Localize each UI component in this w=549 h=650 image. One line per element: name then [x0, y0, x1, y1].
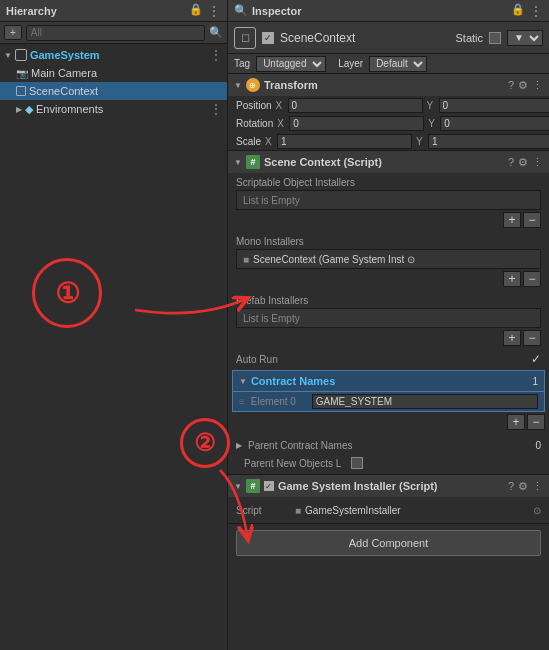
- help-icon[interactable]: ?: [508, 480, 514, 492]
- overflow-icon[interactable]: ⋮: [532, 480, 543, 493]
- hierarchy-content: ▼ GameSystem ⋮ 📷 Main Camera SceneContex…: [0, 44, 227, 650]
- parent-new-objects-label: Parent New Objects L: [244, 458, 341, 469]
- contract-names-container: ▼ Contract Names 1 ≡ Element 0 + −: [232, 370, 545, 430]
- parent-contract-count: 0: [535, 440, 541, 451]
- position-x[interactable]: [288, 98, 423, 113]
- env-icon: ◆: [25, 103, 33, 116]
- scene-icon: [15, 49, 27, 61]
- mono-add-remove: + −: [236, 271, 541, 287]
- parent-contract-names: ▶ Parent Contract Names 0 Parent New Obj…: [228, 432, 549, 474]
- hierarchy-item-scenecontext[interactable]: SceneContext: [0, 82, 227, 100]
- static-checkbox[interactable]: [489, 32, 501, 44]
- y-label: Y: [427, 100, 437, 111]
- scale-y[interactable]: [428, 134, 549, 149]
- scale-label: Scale: [236, 136, 261, 147]
- mono-add-button[interactable]: +: [503, 271, 521, 287]
- settings-icon[interactable]: ⚙: [518, 156, 528, 169]
- script-ref-icon: ■: [295, 505, 301, 516]
- scriptable-installers-label: Scriptable Object Installers: [236, 177, 541, 188]
- element-value[interactable]: [312, 394, 538, 409]
- prefab-add-button[interactable]: +: [503, 330, 521, 346]
- active-checkbox[interactable]: ✓: [262, 32, 274, 44]
- inspector-panel: 🔍 Inspector 🔒 ⋮ ◻ ✓ SceneContext Static …: [228, 0, 549, 650]
- prefab-remove-button[interactable]: −: [523, 330, 541, 346]
- expand-triangle: ▶: [16, 105, 22, 114]
- parent-contract-label: Parent Contract Names: [248, 440, 353, 451]
- settings-icon[interactable]: ⚙: [518, 79, 528, 92]
- gsi-circle-icon[interactable]: ⊙: [533, 505, 541, 516]
- scene-context-title: Scene Context (Script): [264, 156, 504, 168]
- overflow-icon[interactable]: ⋮: [532, 156, 543, 169]
- tag-dropdown[interactable]: Untagged: [256, 56, 326, 72]
- inspector-title: Inspector: [252, 5, 302, 17]
- position-y[interactable]: [439, 98, 549, 113]
- prefab-installers-label: Prefab Installers: [236, 295, 541, 306]
- mono-remove-button[interactable]: −: [523, 271, 541, 287]
- static-label: Static: [455, 32, 483, 44]
- help-icon[interactable]: ?: [508, 156, 514, 168]
- contract-count: 1: [532, 376, 538, 387]
- contract-remove-button[interactable]: −: [527, 414, 545, 430]
- expand-icon: ▼: [234, 482, 242, 491]
- auto-run-row: Auto Run ✓: [228, 350, 549, 368]
- scriptable-add-remove: + −: [236, 212, 541, 228]
- add-component-button[interactable]: Add Component: [236, 530, 541, 556]
- menu-icon[interactable]: ⋮: [529, 3, 543, 19]
- script-value: GameSystemInstaller: [305, 505, 529, 516]
- position-label: Position: [236, 100, 272, 111]
- contract-add-button[interactable]: +: [507, 414, 525, 430]
- settings-icon[interactable]: ⚙: [518, 480, 528, 493]
- y-label: Y: [428, 118, 438, 129]
- script-label: Script: [236, 505, 291, 516]
- contract-names-header[interactable]: ▼ Contract Names 1: [232, 370, 545, 392]
- rotation-x[interactable]: [289, 116, 424, 131]
- hierarchy-item-gamesystem[interactable]: ▼ GameSystem ⋮: [0, 46, 227, 64]
- hierarchy-panel-title: Hierarchy: [6, 5, 57, 17]
- prefab-installers: Prefab Installers List is Empty + −: [228, 291, 549, 350]
- parent-new-objects-row: Parent New Objects L: [236, 454, 541, 472]
- hierarchy-item-environments[interactable]: ▶ ◆ Enviromnents ⋮: [0, 100, 227, 118]
- parent-new-objects-checkbox[interactable]: [351, 457, 363, 469]
- help-icon[interactable]: ?: [508, 79, 514, 91]
- mono-installer-item: ■ SceneContext (Game System Inst ⊙: [236, 249, 541, 269]
- game-system-installer-header[interactable]: ▼ # ✓ Game System Installer (Script) ? ⚙…: [228, 475, 549, 497]
- item-menu-icon[interactable]: ⋮: [209, 101, 223, 117]
- layer-dropdown[interactable]: Default: [369, 56, 427, 72]
- item-menu-icon[interactable]: ⋮: [209, 47, 223, 63]
- lock-icon[interactable]: 🔒: [189, 3, 203, 19]
- transform-section: ▼ ⊕ Transform ? ⚙ ⋮ Position X: [228, 74, 549, 151]
- rotation-y[interactable]: [440, 116, 549, 131]
- inspector-header: 🔍 Inspector 🔒 ⋮: [228, 0, 549, 22]
- search-input[interactable]: [26, 25, 205, 41]
- hierarchy-item-maincamera[interactable]: 📷 Main Camera: [0, 64, 227, 82]
- static-dropdown[interactable]: ▼: [507, 30, 543, 46]
- menu-icon[interactable]: ⋮: [207, 3, 221, 19]
- auto-run-label: Auto Run: [236, 354, 525, 365]
- layer-label: Layer: [338, 58, 363, 69]
- scriptable-installers: Scriptable Object Installers List is Emp…: [228, 173, 549, 232]
- prefab-list-empty: List is Empty: [236, 308, 541, 328]
- add-button[interactable]: +: [4, 25, 22, 40]
- hierarchy-item-label: Main Camera: [31, 67, 97, 79]
- transform-section-header[interactable]: ▼ ⊕ Transform ? ⚙ ⋮: [228, 74, 549, 96]
- scene-context-header[interactable]: ▼ # Scene Context (Script) ? ⚙ ⋮: [228, 151, 549, 173]
- drag-handle[interactable]: ≡: [239, 396, 245, 407]
- contract-element-row: ≡ Element 0: [232, 392, 545, 412]
- gsi-hash-icon: #: [246, 479, 260, 493]
- mono-item-label: SceneContext (Game System Inst ⊙: [253, 254, 415, 265]
- expand-icon: ▼: [234, 81, 242, 90]
- gsi-title: Game System Installer (Script): [278, 480, 504, 492]
- tag-layer-bar: Tag Untagged Layer Default: [228, 54, 549, 74]
- lock-icon[interactable]: 🔒: [511, 3, 525, 19]
- scene-context-section: ▼ # Scene Context (Script) ? ⚙ ⋮ Scripta…: [228, 151, 549, 475]
- overflow-icon[interactable]: ⋮: [532, 79, 543, 92]
- item-icon: ■: [243, 254, 249, 265]
- object-top-bar: ◻ ✓ SceneContext Static ▼: [228, 22, 549, 54]
- scriptable-remove-button[interactable]: −: [523, 212, 541, 228]
- gsi-active-checkbox[interactable]: ✓: [264, 481, 274, 491]
- hierarchy-toolbar: + 🔍: [0, 22, 227, 44]
- scale-x[interactable]: [277, 134, 412, 149]
- scriptable-add-button[interactable]: +: [503, 212, 521, 228]
- x-label: X: [265, 136, 275, 147]
- tag-label: Tag: [234, 58, 250, 69]
